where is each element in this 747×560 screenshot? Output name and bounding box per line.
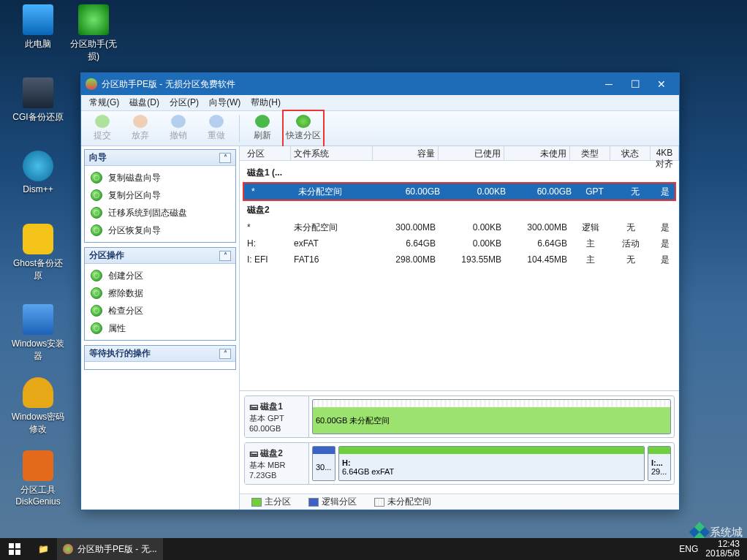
menu-partition[interactable]: 分区(P) bbox=[166, 95, 202, 110]
wizard-copy-disk[interactable]: 复制磁盘向导 bbox=[85, 169, 235, 186]
col-4kb[interactable]: 4KB对齐 bbox=[651, 146, 679, 160]
main-pane: 分区 文件系统 容量 已使用 未使用 类型 状态 4KB对齐 磁盘1 (... … bbox=[240, 146, 679, 510]
collapse-icon[interactable]: ˄ bbox=[219, 251, 231, 261]
col-partition[interactable]: 分区 bbox=[240, 146, 291, 160]
map-bar-logical[interactable]: 30... bbox=[312, 446, 335, 481]
toolbar-refresh[interactable]: 刷新 bbox=[244, 113, 281, 145]
wizard-copy-partition[interactable]: 复制分区向导 bbox=[85, 186, 235, 204]
disk-map-1[interactable]: 🖴 磁盘1基本 GPT60.00GB 60.00GB 未分配空间 bbox=[244, 396, 675, 438]
table-row[interactable]: H:exFAT6.64GB0.00KB6.64GB主活动是 bbox=[240, 235, 679, 251]
svg-rect-0 bbox=[9, 543, 14, 548]
disk-map-2[interactable]: 🖴 磁盘2基本 MBR7.23GB 30... H:6.64GB exFAT I… bbox=[244, 442, 675, 485]
desktop-icon-partition-assistant[interactable]: 分区助手(无损) bbox=[66, 4, 121, 63]
col-type[interactable]: 类型 bbox=[570, 146, 610, 160]
toolbar: 提交 放弃 撤销 重做 刷新 快速分区 bbox=[81, 111, 679, 146]
group-disk2[interactable]: 磁盘2 bbox=[240, 201, 679, 219]
col-free[interactable]: 未使用 bbox=[504, 146, 570, 160]
group-disk1[interactable]: 磁盘1 (... bbox=[240, 164, 679, 182]
maximize-button[interactable]: ☐ bbox=[622, 76, 648, 92]
svg-rect-1 bbox=[15, 543, 20, 548]
collapse-icon[interactable]: ˄ bbox=[219, 349, 231, 359]
desktop-icon-ghost[interactable]: Ghost备份还原 bbox=[10, 224, 66, 282]
taskbar-app[interactable]: 分区助手PE版 - 无... bbox=[57, 538, 163, 560]
start-button[interactable] bbox=[0, 538, 29, 560]
menu-help[interactable]: 帮助(H) bbox=[247, 95, 284, 110]
minimize-button[interactable]: ─ bbox=[596, 76, 622, 92]
toolbar-undo[interactable]: 撤销 bbox=[160, 113, 197, 145]
map-bar-unallocated[interactable]: 60.00GB 未分配空间 bbox=[312, 399, 671, 434]
close-button[interactable]: ✕ bbox=[648, 76, 675, 92]
window-title: 分区助手PE版 - 无损分区免费软件 bbox=[102, 78, 235, 91]
panel-pending: 等待执行的操作˄ bbox=[84, 345, 236, 370]
col-filesystem[interactable]: 文件系统 bbox=[291, 146, 373, 160]
desktop-icon-diskgenius[interactable]: 分区工具DiskGenius bbox=[10, 450, 66, 507]
desktop-icon-this-pc[interactable]: 此电脑 bbox=[10, 4, 66, 50]
highlight-selected-row: *未分配空间60.00GB0.00KB60.00GBGPT无是 bbox=[243, 182, 676, 201]
col-status[interactable]: 状态 bbox=[610, 146, 651, 160]
col-capacity[interactable]: 容量 bbox=[373, 146, 439, 160]
menubar: 常规(G) 磁盘(D) 分区(P) 向导(W) 帮助(H) bbox=[81, 95, 679, 111]
toolbar-commit[interactable]: 提交 bbox=[84, 113, 121, 145]
table-row[interactable]: I: EFIFAT16298.00MB193.55MB104.45MB主无是 bbox=[240, 251, 679, 268]
menu-wizard[interactable]: 向导(W) bbox=[205, 95, 244, 110]
taskbar-explorer-icon[interactable]: 📁 bbox=[31, 538, 56, 560]
map-bar-primary-h[interactable]: H:6.64GB exFAT bbox=[338, 446, 645, 481]
partition-list: 磁盘1 (... *未分配空间60.00GB0.00KB60.00GBGPT无是… bbox=[240, 161, 679, 390]
watermark: 系统城 bbox=[692, 525, 743, 540]
disk-maps: 🖴 磁盘1基本 GPT60.00GB 60.00GB 未分配空间 🖴 磁盘2基本… bbox=[240, 390, 679, 493]
svg-rect-2 bbox=[9, 550, 14, 555]
toolbar-discard[interactable]: 放弃 bbox=[122, 113, 159, 145]
panel-partition-ops: 分区操作˄ 创建分区 擦除数据 检查分区 属性 bbox=[84, 247, 236, 341]
highlight-quick-partition: 快速分区 bbox=[282, 110, 325, 148]
op-check-partition[interactable]: 检查分区 bbox=[85, 302, 235, 319]
wizard-recover-partition[interactable]: 分区恢复向导 bbox=[85, 222, 235, 239]
map-bar-primary-i[interactable]: I:...29... bbox=[648, 446, 671, 481]
op-wipe-data[interactable]: 擦除数据 bbox=[85, 284, 235, 302]
app-window: 分区助手PE版 - 无损分区免费软件 ─ ☐ ✕ 常规(G) 磁盘(D) 分区(… bbox=[80, 72, 680, 510]
column-headers: 分区 文件系统 容量 已使用 未使用 类型 状态 4KB对齐 bbox=[240, 146, 679, 161]
table-row[interactable]: *未分配空间60.00GB0.00KB60.00GBGPT无是 bbox=[244, 183, 675, 200]
titlebar[interactable]: 分区助手PE版 - 无损分区免费软件 ─ ☐ ✕ bbox=[81, 73, 679, 95]
svg-rect-3 bbox=[15, 550, 20, 555]
panel-wizard: 向导˄ 复制磁盘向导 复制分区向导 迁移系统到固态磁盘 分区恢复向导 bbox=[84, 149, 236, 243]
legend: 主分区 逻辑分区 未分配空间 bbox=[240, 493, 679, 510]
wizard-migrate-ssd[interactable]: 迁移系统到固态磁盘 bbox=[85, 204, 235, 222]
op-create-partition[interactable]: 创建分区 bbox=[85, 267, 235, 284]
collapse-icon[interactable]: ˄ bbox=[219, 153, 231, 163]
toolbar-redo[interactable]: 重做 bbox=[198, 113, 235, 145]
menu-disk[interactable]: 磁盘(D) bbox=[126, 95, 163, 110]
op-properties[interactable]: 属性 bbox=[85, 319, 235, 337]
desktop-icon-win-password[interactable]: Windows密码修改 bbox=[10, 377, 66, 436]
tray-date[interactable]: 2018/5/8 bbox=[705, 549, 740, 559]
toolbar-quick-partition[interactable]: 快速分区 bbox=[285, 113, 322, 145]
app-icon bbox=[86, 78, 97, 90]
desktop-icon-dism[interactable]: Dism++ bbox=[10, 151, 66, 194]
desktop-icon-cgi[interactable]: CGI备份还原 bbox=[10, 77, 66, 124]
tray-ime[interactable]: ENG bbox=[679, 544, 698, 554]
side-pane: 向导˄ 复制磁盘向导 复制分区向导 迁移系统到固态磁盘 分区恢复向导 分区操作˄… bbox=[81, 146, 240, 510]
menu-general[interactable]: 常规(G) bbox=[86, 95, 123, 110]
col-used[interactable]: 已使用 bbox=[439, 146, 504, 160]
system-tray: ENG 12:43 2018/5/8 bbox=[672, 540, 747, 559]
table-row[interactable]: *未分配空间300.00MB0.00KB300.00MB逻辑无是 bbox=[240, 219, 679, 235]
app-icon bbox=[63, 544, 73, 554]
desktop-icon-win-installer[interactable]: Windows安装器 bbox=[10, 304, 66, 363]
taskbar: 📁 分区助手PE版 - 无... ENG 12:43 2018/5/8 bbox=[0, 538, 747, 560]
